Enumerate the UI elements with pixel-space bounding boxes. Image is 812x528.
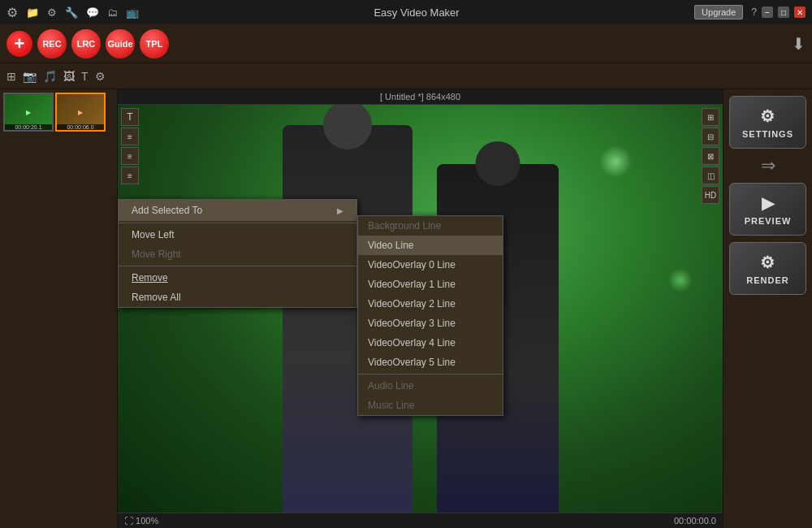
thumb1-icon: ▶ xyxy=(26,109,31,116)
sub-overlay5-label: VideoOverlay 5 Line xyxy=(368,357,456,368)
thumbnail-1[interactable]: ▶ 00:00:20.1 xyxy=(3,93,54,132)
timeline-icon[interactable]: ⊞ xyxy=(6,70,16,83)
sub-overlay1-label: VideoOverlay 1 Line xyxy=(368,279,456,290)
sub-music-line[interactable]: Music Line xyxy=(358,396,503,415)
sub-overlay4-line[interactable]: VideoOverlay 4 Line xyxy=(358,333,503,353)
ctx-sep1 xyxy=(119,223,356,223)
context-menu: Add Selected To ▶ Move Left Move Right R… xyxy=(118,199,357,308)
titlebar: ⚙ 📁 ⚙ 🔧 💬 🗂 📺 Easy Video Maker Upgrade ?… xyxy=(0,0,812,24)
ctx-move-left-label: Move Left xyxy=(132,229,175,240)
plugin-icon[interactable]: ⚙ xyxy=(95,70,106,83)
right-panel: ⚙ Settings ⇒ ▶ Preview ⚙ Render xyxy=(723,89,812,528)
text-icon[interactable]: T xyxy=(81,70,89,83)
settings-gear-icon: ⚙ xyxy=(760,106,775,126)
lrc-button[interactable]: LRC xyxy=(71,29,101,58)
photo-icon[interactable]: 🖼 xyxy=(63,70,75,83)
sparkle2 xyxy=(668,268,693,292)
chat-icon: 💬 xyxy=(86,6,99,19)
arrow-right-icon[interactable]: ⇒ xyxy=(761,155,775,176)
grid2-icon[interactable]: ⊟ xyxy=(702,128,719,145)
preview-btn-label: Preview xyxy=(745,216,792,226)
main-area: ▶ 00:00:20.1 ▶ 00:00:06.0 Add Selected T… xyxy=(0,89,812,528)
hd-icon[interactable]: HD xyxy=(702,186,719,204)
sub-overlay2-line[interactable]: VideoOverlay 2 Line xyxy=(358,294,503,314)
camera-icon[interactable]: 📷 xyxy=(23,70,37,83)
menu-icon: 📁 xyxy=(26,6,39,19)
main-toolbar: + REC LRC Guide TPL ⬇ xyxy=(0,24,812,63)
settings-icon: ⚙ xyxy=(47,6,57,19)
ctx-add-selected-label: Add Selected To xyxy=(132,205,202,216)
close-button[interactable]: ✕ xyxy=(794,6,806,18)
align-right-icon[interactable]: ≡ xyxy=(121,167,139,184)
sub-background-label: Background Line xyxy=(368,220,441,232)
maximize-button[interactable]: □ xyxy=(778,6,789,18)
align-left-icon[interactable]: ≡ xyxy=(121,128,139,145)
settings-button[interactable]: ⚙ Settings xyxy=(729,96,806,149)
sub-overlay0-line[interactable]: VideoOverlay 0 Line xyxy=(358,255,503,275)
db-icon: 🗂 xyxy=(107,6,118,19)
text-tool-icon[interactable]: T xyxy=(121,108,139,126)
sub-overlay3-line[interactable]: VideoOverlay 3 Line xyxy=(358,314,503,333)
thumbnail-2[interactable]: ▶ 00:00:06.0 xyxy=(55,93,106,132)
add-button[interactable]: + xyxy=(6,31,32,57)
tool-icon: 🔧 xyxy=(65,6,78,19)
ctx-remove-all[interactable]: Remove All xyxy=(119,288,356,307)
upgrade-button[interactable]: Upgrade xyxy=(694,5,743,19)
tpl-button[interactable]: TPL xyxy=(140,29,169,58)
render-icon: ⚙ xyxy=(760,253,775,272)
preview-time: 00:00:00.0 xyxy=(674,516,716,526)
sub-overlay2-label: VideoOverlay 2 Line xyxy=(368,298,456,309)
sub-overlay4-label: VideoOverlay 4 Line xyxy=(368,337,456,348)
submenu: Background Line Video Line VideoOverlay … xyxy=(357,215,503,416)
window-controls: Upgrade ? − □ ✕ xyxy=(694,5,806,19)
preview-button[interactable]: ▶ Preview xyxy=(729,183,806,236)
play-icon: ▶ xyxy=(762,193,775,213)
secondary-toolbar: ⊞ 📷 🎵 🖼 T ⚙ xyxy=(0,63,812,89)
ctx-move-right-label: Move Right xyxy=(132,249,181,260)
fit-icon[interactable]: ◫ xyxy=(702,167,719,184)
app-title: Easy Video Maker xyxy=(374,6,459,19)
help-icon[interactable]: ? xyxy=(751,6,757,18)
render-button[interactable]: ⚙ Render xyxy=(729,242,806,295)
download-icon[interactable]: ⬇ xyxy=(792,34,806,54)
sub-background-line[interactable]: Background Line xyxy=(358,216,503,236)
render-label: Render xyxy=(746,275,788,285)
ctx-remove[interactable]: Remove xyxy=(119,268,356,288)
ctx-move-left[interactable]: Move Left xyxy=(119,225,356,245)
crop-icon[interactable]: ⊠ xyxy=(702,147,719,165)
sub-music-label: Music Line xyxy=(368,400,414,411)
minimize-button[interactable]: − xyxy=(762,6,773,18)
guide-button[interactable]: Guide xyxy=(106,29,135,58)
sub-audio-line[interactable]: Audio Line xyxy=(358,376,503,396)
thumb2-time: 00:00:06.0 xyxy=(57,124,104,130)
ctx-remove-label: Remove xyxy=(132,272,168,283)
preview-title: [ Untitled *] 864x480 xyxy=(380,92,460,102)
sub-overlay1-line[interactable]: VideoOverlay 1 Line xyxy=(358,275,503,294)
music-icon[interactable]: 🎵 xyxy=(43,70,57,83)
screen-icon: 📺 xyxy=(126,6,139,19)
align-center-icon[interactable]: ≡ xyxy=(121,147,139,165)
preview-left-icons: T ≡ ≡ ≡ xyxy=(118,105,142,188)
thumb2-icon: ▶ xyxy=(78,109,83,116)
grid-icon[interactable]: ⊞ xyxy=(702,108,719,126)
preview-right-icons: ⊞ ⊟ ⊠ ◫ HD xyxy=(698,105,723,207)
app-icon: ⚙ xyxy=(6,5,18,20)
sub-overlay5-line[interactable]: VideoOverlay 5 Line xyxy=(358,353,503,372)
sub-sep1 xyxy=(358,374,503,374)
person2-head xyxy=(475,141,520,186)
sub-video-line[interactable]: Video Line xyxy=(358,236,503,255)
sub-overlay3-label: VideoOverlay 3 Line xyxy=(368,318,456,329)
ctx-move-right[interactable]: Move Right xyxy=(119,245,356,264)
thumb1-time: 00:00:20.1 xyxy=(5,124,52,130)
titlebar-left-icons: ⚙ 📁 ⚙ 🔧 💬 🗂 📺 xyxy=(6,5,139,20)
thumbnail-strip: ▶ 00:00:20.1 ▶ 00:00:06.0 xyxy=(0,89,117,135)
left-panel: ▶ 00:00:20.1 ▶ 00:00:06.0 Add Selected T… xyxy=(0,89,118,528)
sub-video-label: Video Line xyxy=(368,240,414,251)
rec-button[interactable]: REC xyxy=(37,29,67,58)
ctx-remove-all-label: Remove All xyxy=(132,292,181,303)
ctx-sep2 xyxy=(119,266,356,266)
ctx-add-selected[interactable]: Add Selected To ▶ xyxy=(119,200,356,221)
settings-label: Settings xyxy=(742,129,793,139)
sub-audio-label: Audio Line xyxy=(368,380,414,392)
sub-overlay0-label: VideoOverlay 0 Line xyxy=(368,259,456,270)
